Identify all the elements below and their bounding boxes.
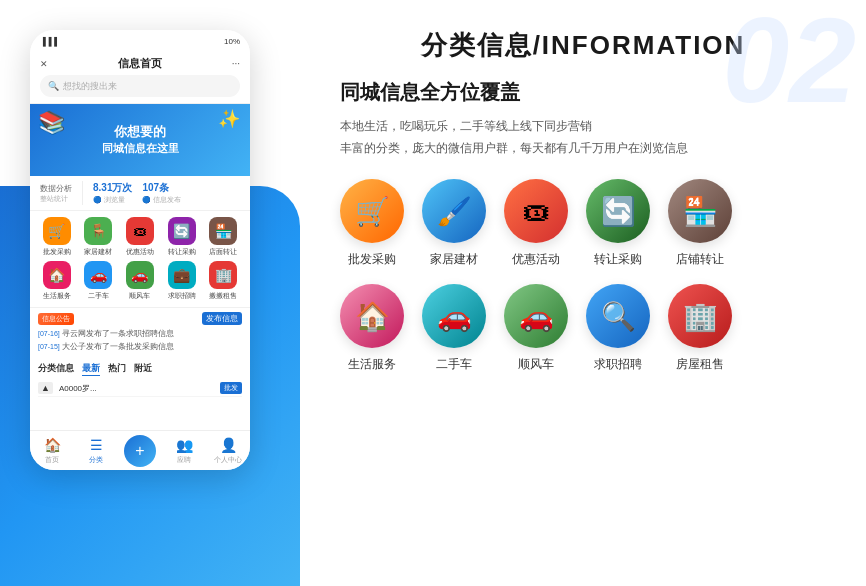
nav-row: ✕ 信息首页 ··· <box>40 56 240 71</box>
news-header: 信息公告 发布信息 <box>38 312 242 325</box>
tab-latest[interactable]: 最新 <box>82 362 100 376</box>
icon-label-优惠活动: 优惠活动 <box>512 251 560 268</box>
left-panel: ▐▐▐ 10% ✕ 信息首页 ··· 🔍 想找的搜出来 📚 ✨ <box>0 0 300 586</box>
icon-顺风车[interactable]: 🚗 顺风车 <box>504 284 568 373</box>
phone-frame: ▐▐▐ 10% ✕ 信息首页 ··· 🔍 想找的搜出来 📚 ✨ <box>30 30 250 470</box>
close-icon[interactable]: ✕ <box>40 59 48 69</box>
icon-label-转让采购: 转让采购 <box>594 251 642 268</box>
icon-label-批发采购: 批发采购 <box>348 251 396 268</box>
page-title: 信息首页 <box>118 56 162 71</box>
search-placeholder: 想找的搜出来 <box>63 80 117 93</box>
phone-icon-item[interactable]: 🎟 优惠活动 <box>121 217 159 257</box>
phone-icon-item[interactable]: 🚗 顺风车 <box>121 261 159 301</box>
icon-label-生活服务: 生活服务 <box>348 356 396 373</box>
phone-status-bar: ▐▐▐ 10% <box>30 30 250 52</box>
icon-房屋租售[interactable]: 🏢 房屋租售 <box>668 284 732 373</box>
signal-icon: ▐▐▐ <box>40 37 57 46</box>
phone-news: 信息公告 发布信息 [07-16] 寻云网发布了一条求职招聘信息 [07-15]… <box>30 307 250 358</box>
icon-circle-房屋租售: 🏢 <box>668 284 732 348</box>
phone-tabbar: 🏠 首页 ☰ 分类 + 👥 应聘 👤 个人中心 <box>30 430 250 470</box>
phone-icon-item[interactable]: 🛒 批发采购 <box>38 217 76 257</box>
classify-icon: ☰ <box>90 437 103 453</box>
tabbar-home[interactable]: 🏠 首页 <box>30 437 74 465</box>
icons-row-2: 🏠 生活服务 🚗 二手车 🚗 顺风车 🔍 求职招聘 🏢 房屋租售 <box>340 284 826 373</box>
tabbar-jobs-label: 应聘 <box>177 455 191 465</box>
icon-label-顺风车: 顺风车 <box>518 356 554 373</box>
icon-circle-转让采购: 🔄 <box>586 179 650 243</box>
banner-text: 你想要的 同城信息在这里 <box>102 123 179 157</box>
icon-circle-生活服务: 🏠 <box>340 284 404 348</box>
icon-circle-求职招聘: 🔍 <box>586 284 650 348</box>
classify-tabs: 分类信息 最新 热门 附近 <box>38 362 242 376</box>
icon-circle-店铺转让: 🏪 <box>668 179 732 243</box>
profile-icon: 👤 <box>220 437 237 453</box>
phone-icon-item[interactable]: 🪑 家居建材 <box>80 217 118 257</box>
tabbar-home-label: 首页 <box>45 455 59 465</box>
icon-circle-批发采购: 🛒 <box>340 179 404 243</box>
watermark: 02 <box>723 0 856 120</box>
icon-circle-优惠活动: 🎟 <box>504 179 568 243</box>
search-icon: 🔍 <box>48 81 59 91</box>
icon-家居建材[interactable]: 🖌️ 家居建材 <box>422 179 486 268</box>
phone-icon-item[interactable]: 🏢 搬搬租售 <box>204 261 242 301</box>
jobs-icon: 👥 <box>176 437 193 453</box>
news-item[interactable]: [07-16] 寻云网发布了一条求职招聘信息 <box>38 328 242 339</box>
phone-icon-item[interactable]: 🏠 生活服务 <box>38 261 76 301</box>
tab-分类信息-label: 分类信息 <box>38 362 74 376</box>
icon-label-店铺转让: 店铺转让 <box>676 251 724 268</box>
home-icon: 🏠 <box>44 437 61 453</box>
phone-icons-grid: 🛒 批发采购 🪑 家居建材 🎟 优惠活动 🔄 转让采购 🏪 店面转 <box>30 211 250 307</box>
stats-posts: 107条 🔵 信息发布 <box>142 181 181 205</box>
icon-label-家居建材: 家居建材 <box>430 251 478 268</box>
stats-views: 8.31万次 🔵 浏览量 <box>93 181 132 205</box>
icon-label-二手车: 二手车 <box>436 356 472 373</box>
classify-list-item[interactable]: ▲ A0000罗... 批发 <box>38 380 242 397</box>
phone-mockup: ▐▐▐ 10% ✕ 信息首页 ··· 🔍 想找的搜出来 📚 ✨ <box>30 30 250 570</box>
icon-label-求职招聘: 求职招聘 <box>594 356 642 373</box>
icon-circle-家居建材: 🖌️ <box>422 179 486 243</box>
phone-icon-item[interactable]: 🚗 二手车 <box>80 261 118 301</box>
tabbar-jobs[interactable]: 👥 应聘 <box>162 437 206 465</box>
tab-hot[interactable]: 热门 <box>108 362 126 376</box>
tabbar-profile[interactable]: 👤 个人中心 <box>206 437 250 465</box>
search-bar[interactable]: 🔍 想找的搜出来 <box>40 75 240 97</box>
stats-analysis: 数据分析 整站统计 <box>40 183 72 204</box>
icons-row-1: 🛒 批发采购 🖌️ 家居建材 🎟 优惠活动 🔄 转让采购 🏪 店铺转让 <box>340 179 826 268</box>
tabbar-profile-label: 个人中心 <box>214 455 242 465</box>
tabbar-publish[interactable]: + <box>118 435 162 467</box>
icon-求职招聘[interactable]: 🔍 求职招聘 <box>586 284 650 373</box>
icon-circle-二手车: 🚗 <box>422 284 486 348</box>
tab-nearby[interactable]: 附近 <box>134 362 152 376</box>
icon-转让采购[interactable]: 🔄 转让采购 <box>586 179 650 268</box>
phone-icon-item[interactable]: 🔄 转让采购 <box>163 217 201 257</box>
news-badge: 信息公告 <box>38 313 74 325</box>
icon-二手车[interactable]: 🚗 二手车 <box>422 284 486 373</box>
phone-stats: 数据分析 整站统计 8.31万次 🔵 浏览量 107条 🔵 信息发布 <box>30 176 250 211</box>
phone-icon-item[interactable]: 🏪 店面转让 <box>204 217 242 257</box>
phone-classify: 分类信息 最新 热门 附近 ▲ A0000罗... 批发 <box>30 358 250 401</box>
tabbar-classify-label: 分类 <box>89 455 103 465</box>
right-panel: 02 分类信息/INFORMATION 同城信息全方位覆盖 本地生活，吃喝玩乐，… <box>300 0 866 586</box>
icon-circle-顺风车: 🚗 <box>504 284 568 348</box>
icon-label-房屋租售: 房屋租售 <box>676 356 724 373</box>
publish-button[interactable]: + <box>124 435 156 467</box>
icon-优惠活动[interactable]: 🎟 优惠活动 <box>504 179 568 268</box>
phone-banner: 📚 ✨ 你想要的 同城信息在这里 <box>30 104 250 176</box>
battery-time: 10% <box>224 37 240 46</box>
more-icon[interactable]: ··· <box>232 58 240 69</box>
phone-header: ✕ 信息首页 ··· 🔍 想找的搜出来 <box>30 52 250 104</box>
icon-批发采购[interactable]: 🛒 批发采购 <box>340 179 404 268</box>
phone-icon-item[interactable]: 💼 求职招聘 <box>163 261 201 301</box>
icon-生活服务[interactable]: 🏠 生活服务 <box>340 284 404 373</box>
tabbar-classify[interactable]: ☰ 分类 <box>74 437 118 465</box>
icon-店铺转让[interactable]: 🏪 店铺转让 <box>668 179 732 268</box>
news-item[interactable]: [07-15] 大公子发布了一条批发采购信息 <box>38 341 242 352</box>
